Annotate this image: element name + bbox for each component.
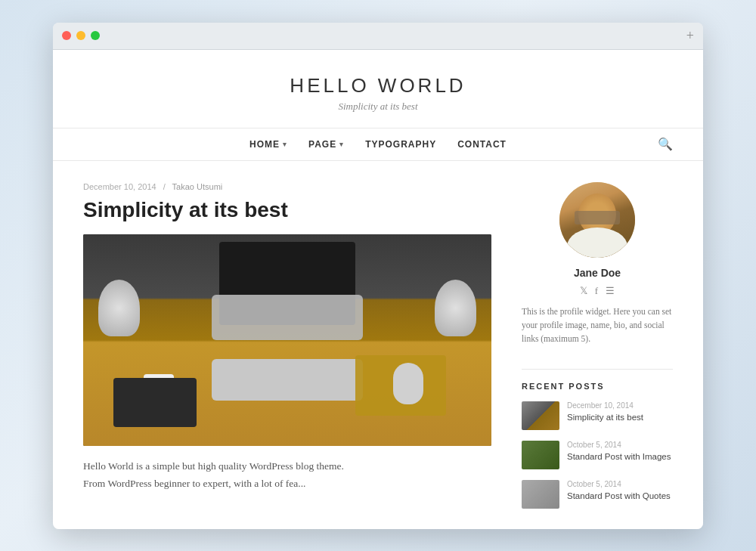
speaker-left [98,280,140,336]
post-date: October 5, 2014 [567,441,673,449]
profile-social: 𝕏 f ☰ [522,285,673,297]
sidebar: Jane Doe 𝕏 f ☰ This is the profile widge… [522,182,673,519]
page-content: HELLO WORLD Simplicity at its best HOME … [53,50,703,529]
post-date: October 5, 2014 [567,480,673,488]
twitter-icon[interactable]: 𝕏 [580,285,587,297]
close-button[interactable] [62,31,71,40]
site-header: HELLO WORLD Simplicity at its best [53,50,703,128]
rss-icon[interactable]: ☰ [606,285,615,297]
profile-bio: This is the profile widget. Here you can… [522,305,673,346]
chevron-down-icon: ▾ [339,141,344,148]
post-title: Standard Post with Quotes [567,490,673,502]
post-excerpt: Hello World is a simple but high quality… [83,458,491,493]
post-info: October 5, 2014 Standard Post with Quote… [567,480,673,502]
mouse [393,363,423,404]
meta-separator: / [163,182,166,191]
browser-chrome: + [53,23,703,50]
nav-page[interactable]: PAGE ▾ [308,139,344,150]
new-tab-button[interactable]: + [686,29,694,42]
avatar-glasses [575,211,620,224]
post-thumbnail [522,441,559,469]
post-thumbnail [522,401,559,430]
speaker-right [435,280,476,336]
list-item[interactable]: October 5, 2014 Standard Post with Quote… [522,480,673,509]
site-tagline: Simplicity at its best [53,101,703,113]
site-nav: HOME ▾ PAGE ▾ TYPOGRAPHY CONTACT 🔍 [53,128,703,161]
post-date: December 10, 2014 [83,182,156,191]
thumb-image [522,401,559,430]
post-info: December 10, 2014 Simplicity at its best [567,401,673,423]
recent-posts-widget: RECENT POSTS December 10, 2014 Simplicit… [522,382,673,509]
keyboard-bottom [212,359,363,401]
main-column: December 10, 2014 / Takao Utsumi Simplic… [83,182,491,519]
maximize-button[interactable] [91,31,100,40]
minimize-button[interactable] [76,31,85,40]
tablet [113,378,197,427]
thumb-image [522,441,559,469]
main-layout: December 10, 2014 / Takao Utsumi Simplic… [53,161,703,519]
nav-typography[interactable]: TYPOGRAPHY [365,139,436,150]
keyboard-top [212,295,363,340]
profile-widget: Jane Doe 𝕏 f ☰ This is the profile widge… [522,182,673,346]
avatar [559,182,635,258]
facebook-icon[interactable]: f [595,285,598,297]
post-author: Takao Utsumi [172,182,223,191]
sidebar-divider [522,369,673,370]
post-info: October 5, 2014 Standard Post with Image… [567,441,673,463]
post-title: Simplicity at its best [567,411,673,423]
post-thumbnail [522,480,559,509]
list-item[interactable]: October 5, 2014 Standard Post with Image… [522,441,673,469]
sunglasses [575,211,620,224]
widget-title: RECENT POSTS [522,382,673,391]
thumb-image [522,480,559,509]
post-date: December 10, 2014 [567,401,673,410]
browser-window: + HELLO WORLD Simplicity at its best HOM… [53,23,703,529]
avatar-face [559,182,635,258]
search-icon[interactable]: 🔍 [658,137,673,151]
desk-scene [83,234,491,446]
nav-contact[interactable]: CONTACT [457,139,507,150]
profile-name: Jane Doe [522,267,673,279]
post-meta: December 10, 2014 / Takao Utsumi [83,182,491,191]
post-featured-image [83,234,491,446]
site-title[interactable]: HELLO WORLD [53,74,703,98]
chevron-down-icon: ▾ [283,141,287,148]
post-title: Standard Post with Images [567,450,673,463]
post-title[interactable]: Simplicity at its best [83,197,491,223]
list-item[interactable]: December 10, 2014 Simplicity at its best [522,401,673,430]
nav-home[interactable]: HOME ▾ [249,139,287,150]
